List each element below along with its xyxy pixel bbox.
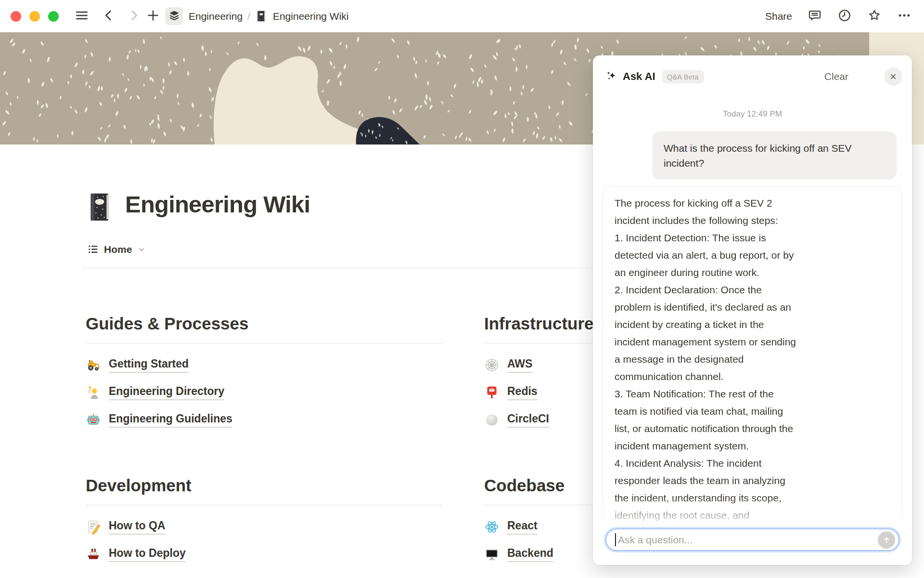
wiki-page-link-label: React — [507, 519, 538, 535]
close-icon — [889, 72, 898, 81]
ai-answer-line: communication channel. — [615, 368, 892, 385]
forward-button — [127, 9, 141, 24]
hamburger-icon — [75, 8, 89, 25]
ai-answer-line: incident management system. — [615, 437, 892, 455]
traffic-close-button[interactable] — [11, 11, 21, 22]
send-button[interactable] — [878, 531, 895, 549]
chevron-left-icon — [102, 8, 116, 25]
monitor-icon — [484, 547, 500, 562]
traffic-zoom-button[interactable] — [48, 11, 59, 22]
conversation-timestamp: Today 12:49 PM — [593, 109, 912, 119]
notebook-icon — [255, 10, 268, 23]
wiki-page-link-label: Engineering Directory — [109, 385, 224, 400]
postbox-icon — [484, 385, 500, 400]
wiki-section: DevelopmentHow to QAHow to Deploy — [86, 464, 443, 568]
wiki-page-link-label: Engineering Guidelines — [109, 412, 232, 428]
history-button[interactable] — [837, 9, 852, 24]
ai-answer-line: 4. Incident Analysis: The incident — [615, 455, 892, 472]
section-divider — [86, 505, 443, 505]
notion-window: Engineering / Engineering Wiki Share Eng… — [0, 0, 924, 578]
panel-more-button[interactable] — [861, 69, 875, 84]
circle-icon — [484, 412, 500, 428]
page-title: Engineering Wiki — [125, 191, 310, 218]
star-icon — [867, 8, 882, 25]
wiki-page-link-label: AWS — [507, 357, 532, 373]
wiki-page-link-label: How to QA — [109, 519, 166, 535]
breadcrumb-separator: / — [247, 11, 250, 22]
breadcrumb-page[interactable]: Engineering Wiki — [273, 11, 349, 22]
section-title: Guides & Processes — [86, 302, 443, 334]
ai-answer-line: detected via an alert, a bug report, or … — [615, 247, 892, 264]
wiki-page-link[interactable]: Engineering Guidelines — [86, 406, 443, 434]
wiki-page-link[interactable]: Engineering Directory — [86, 379, 443, 406]
clock-icon — [837, 8, 852, 25]
content-column-left: Guides & ProcessesGetting StartedEnginee… — [86, 302, 443, 578]
ai-answer-line: responder leads the team in analyzing — [615, 472, 892, 489]
plus-icon — [146, 8, 160, 25]
chevron-down-icon — [137, 245, 146, 254]
wiki-page-link-label: Redis — [507, 385, 538, 400]
ai-answer-line: list, or automatic notification through … — [615, 420, 892, 437]
ai-answer-line: 1. Incident Detection: The issue is — [615, 229, 892, 247]
text-caret — [615, 533, 616, 546]
ai-answer-line: 3. Team Notification: The rest of the — [615, 385, 892, 403]
wiki-page-link[interactable]: How to QA — [86, 513, 443, 540]
memo-icon — [86, 519, 101, 535]
ask-ai-title: Ask AI — [623, 70, 655, 83]
wiki-page-link[interactable]: Getting Started — [86, 351, 443, 379]
view-tab-home[interactable]: Home — [87, 243, 146, 255]
window-toolbar: Engineering / Engineering Wiki Share — [0, 0, 924, 32]
section-divider — [86, 343, 443, 343]
section-title: Development — [86, 464, 443, 496]
ai-answer-line: incident includes the following steps: — [615, 212, 892, 229]
wiki-section: Guides & ProcessesGetting StartedEnginee… — [86, 302, 443, 434]
layers-icon — [168, 9, 180, 24]
favorite-button[interactable] — [867, 9, 882, 24]
arrow-up-icon — [881, 535, 892, 545]
ai-answer-bubble: The process for kicking off a SEV 2incid… — [603, 186, 902, 531]
tractor-icon — [86, 357, 101, 373]
wiki-page-link-label: Getting Started — [109, 357, 189, 373]
ai-answer-line: a message in the designated — [615, 351, 892, 368]
wiki-page-link-label: How to Deploy — [109, 547, 186, 562]
ai-answer-line: incident management system or sending — [615, 333, 892, 351]
sparkle-icon — [605, 70, 618, 83]
more-options-button[interactable] — [897, 9, 911, 24]
list-icon — [87, 243, 99, 255]
comments-button[interactable] — [808, 9, 822, 24]
ai-answer-line: The process for kicking off a SEV 2 — [615, 195, 892, 212]
ask-ai-panel: Ask AI Q&A Beta Clear Today 12:49 PM Wha… — [593, 55, 912, 565]
ask-question-input[interactable] — [617, 534, 878, 546]
breadcrumb-teamspace[interactable]: Engineering — [189, 11, 243, 22]
ask-question-inputbox[interactable] — [605, 528, 899, 551]
wiki-page-link-label: CircleCI — [507, 412, 549, 428]
raising-hand-icon — [86, 385, 101, 400]
share-button[interactable]: Share — [765, 11, 792, 22]
wiki-page-link-label: Backend — [507, 547, 553, 562]
ai-answer-line: an engineer during routine work. — [615, 264, 892, 281]
ai-answer-line: team is notified via team chat, mailing — [615, 403, 892, 420]
ai-answer-line: the incident, understanding its scope, — [615, 489, 892, 507]
ai-answer-line: 2. Incident Declaration: Once the — [615, 281, 892, 299]
sidebar-menu-button[interactable] — [75, 9, 89, 24]
wiki-page-link[interactable]: How to Deploy — [86, 540, 443, 568]
back-button[interactable] — [102, 9, 116, 24]
page-icon-notebook[interactable] — [87, 192, 112, 223]
ai-answer-line: incident by creating a ticket in the — [615, 316, 892, 333]
robot-icon — [86, 412, 101, 428]
ask-ai-header: Ask AI Q&A Beta Clear — [605, 67, 902, 86]
clear-button[interactable]: Clear — [824, 71, 848, 82]
user-question-bubble: What is the process for kicking off an S… — [652, 131, 897, 180]
comment-icon — [808, 8, 822, 25]
chevron-right-icon — [127, 8, 141, 25]
qa-beta-badge: Q&A Beta — [662, 70, 704, 83]
view-tab-label: Home — [104, 244, 132, 255]
traffic-minimize-button[interactable] — [29, 11, 40, 22]
ai-answer-line: problem is identified, it's declared as … — [615, 299, 892, 316]
panel-close-button[interactable] — [884, 67, 902, 86]
ship-icon — [86, 547, 101, 562]
new-page-button[interactable] — [146, 9, 160, 24]
breadcrumb-teamspace-icon[interactable] — [165, 7, 183, 25]
ellipsis-icon — [897, 8, 911, 25]
react-icon — [484, 519, 500, 535]
